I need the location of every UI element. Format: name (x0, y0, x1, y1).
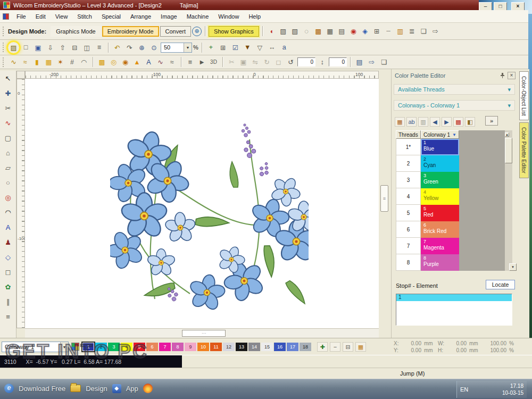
team-names-icon[interactable]: ≣ (406, 26, 418, 37)
zoom-in-icon[interactable]: ⊕ (136, 42, 147, 53)
rect-tool[interactable]: ◻ (2, 267, 14, 278)
menu-item[interactable]: Window (213, 11, 244, 22)
parallel-tool[interactable]: ∥ (2, 296, 14, 307)
lettering-tool[interactable]: A (2, 222, 14, 233)
menu-item[interactable]: Image (156, 11, 182, 22)
thread-number-cell[interactable]: 3 (396, 172, 421, 188)
panel-close-icon[interactable]: × (508, 72, 516, 79)
more-options-button[interactable]: » (485, 116, 498, 126)
thread-number-cell[interactable]: 4 (396, 188, 421, 205)
import-icon[interactable]: ⇩ (45, 42, 56, 53)
ring-tool[interactable]: ◎ (2, 192, 14, 203)
output-doc-icon[interactable]: ❏ (378, 56, 389, 68)
list-item-selected[interactable]: 1 (396, 294, 512, 301)
title-bar[interactable]: Wilcom EmbroideryStudio – Level 3 Advanc… (0, 0, 479, 10)
colorway-colors-icon[interactable]: ▩ (453, 117, 463, 127)
folder-icon[interactable] (70, 385, 81, 392)
locate-button[interactable]: Locate (486, 280, 515, 289)
tab-color-palette-editor[interactable]: Color Palette Editor (519, 122, 529, 178)
overview-window-icon[interactable]: ❏ (418, 26, 429, 37)
manual-stitch-tool[interactable]: ∿ (2, 118, 14, 129)
filter-icon[interactable]: ▽ (254, 42, 265, 53)
colorway-swatch[interactable]: 5 (134, 343, 145, 351)
shapes-tool[interactable]: ▱ (2, 162, 14, 173)
colorway-swatch[interactable]: 16 (274, 343, 286, 351)
run-stitch-icon[interactable]: ∿ (8, 56, 19, 68)
stitch-player-icon[interactable]: ▶ (196, 56, 207, 68)
colorway-swatch[interactable]: 6 (146, 343, 158, 351)
colorway-row[interactable]: 5 5 Red (396, 205, 459, 221)
pin-icon[interactable] (500, 72, 505, 79)
toolbar-grip[interactable] (3, 27, 5, 36)
floral-design-image[interactable] (110, 123, 309, 310)
section-available-threads[interactable]: Available Threads ▾ (394, 84, 515, 95)
print-palette-icon[interactable]: ⊟ (343, 342, 353, 352)
color-cell[interactable]: 4 Yellow (421, 188, 459, 205)
color-cell[interactable]: 1 Blue (421, 139, 459, 155)
zoom-combobox[interactable]: 50 ▼ (161, 43, 192, 53)
colorway-swatch[interactable]: 10 (197, 343, 209, 351)
chevron-down-icon[interactable]: ▾ (508, 86, 511, 93)
horizontal-scrollbar[interactable]: ⋯ (25, 328, 379, 338)
satin-stitch-icon[interactable]: ▮ (31, 56, 43, 68)
needle-point-icon[interactable]: ▼ (242, 42, 253, 53)
colorway-selector[interactable]: Colorway 1 ▼ (2, 342, 69, 352)
send-to-machine-icon[interactable]: ⇨ (430, 26, 441, 37)
chevron-down-icon[interactable]: ▾ (508, 102, 511, 109)
fill-tatami-icon[interactable]: ▨ (278, 26, 289, 37)
prev-colorway-icon[interactable]: ◀ (430, 117, 440, 127)
fill-bucket-icon[interactable]: ◧ (465, 117, 475, 127)
colorway-row[interactable]: 7 7 Magenta (396, 238, 459, 254)
convert-button[interactable]: Convert (160, 26, 192, 37)
small-a-icon[interactable]: a (279, 42, 290, 53)
scrollbar-thumb[interactable]: ⋯ (182, 330, 226, 337)
colorway-row[interactable]: 1* 1 Blue (396, 139, 459, 155)
toolbar-grip[interactable] (3, 43, 5, 52)
flame-app-icon[interactable] (143, 384, 153, 393)
grading-tool[interactable]: ≡ (2, 311, 14, 322)
colorway-swatch[interactable]: 12 (223, 343, 235, 351)
flower-tool[interactable]: ✿ (2, 281, 14, 293)
print-preview-icon[interactable]: ◫ (81, 42, 93, 53)
outline-run-icon[interactable]: ◌ (301, 26, 312, 37)
fill-satin-icon[interactable]: ◖ (266, 26, 277, 37)
threads-column-header[interactable]: Threads (396, 130, 421, 139)
polygon-tool[interactable]: ⌂ (2, 147, 14, 159)
select-box-tool[interactable]: ▢ (2, 132, 14, 144)
section-colorways[interactable]: Colorways - Colorway 1 ▾ (394, 100, 515, 111)
scrollbar-thumb[interactable] (505, 138, 512, 163)
colorway-swatch[interactable]: 7 (159, 343, 171, 351)
curve-icon[interactable]: ◠ (78, 56, 89, 68)
zoom-value[interactable]: 50 (161, 44, 184, 51)
delete-colorway-icon[interactable]: ▥ (418, 117, 428, 127)
table-scrollbar[interactable]: ▲ ▼ (505, 130, 512, 271)
menu-item[interactable]: Machine (182, 11, 214, 22)
color-cell[interactable]: 6 Brick Red (421, 221, 459, 238)
select-tool[interactable]: ↖ (2, 73, 14, 84)
undo-icon[interactable]: ↶ (112, 42, 123, 53)
colorway-swatch[interactable]: 15 (261, 343, 273, 351)
hatch-fill-icon[interactable]: # (66, 56, 78, 68)
object-properties-icon[interactable]: ▥ (395, 26, 406, 37)
redo-icon[interactable]: ↷ (124, 42, 135, 53)
film-next-icon[interactable]: ⇨ (366, 56, 377, 68)
color-wheel-icon[interactable]: ◉ (348, 26, 359, 37)
new-design-icon[interactable]: □ (20, 42, 31, 53)
thread-number-cell[interactable]: 5 (396, 205, 421, 221)
underlay-icon[interactable]: ≈ (167, 56, 178, 68)
grid-toggle-icon[interactable]: ⊞ (218, 42, 229, 53)
filter-icon[interactable]: ▼ (452, 132, 456, 137)
colorway-row[interactable]: 3 3 Green (396, 172, 459, 188)
menu-item[interactable]: Arrange (126, 11, 156, 22)
photo-flash-icon[interactable]: ▤ (336, 26, 347, 37)
envelope-warp-icon[interactable]: ∿ (155, 56, 166, 68)
thread-chart-icon[interactable]: ◈ (360, 26, 371, 37)
stop-element-list[interactable]: 1 (396, 294, 512, 326)
colorway-column-header[interactable]: Colorway 1 ▼ (421, 130, 459, 139)
scroll-down-icon[interactable]: ▼ (509, 263, 517, 271)
show-graphics-button[interactable]: Show Graphics (209, 26, 259, 37)
fill-motif-icon[interactable]: ▩ (313, 26, 324, 37)
thread-number-cell[interactable]: 7 (396, 238, 421, 254)
remove-color-icon[interactable]: − (330, 342, 340, 352)
colorway-swatch[interactable]: 17 (287, 343, 298, 351)
